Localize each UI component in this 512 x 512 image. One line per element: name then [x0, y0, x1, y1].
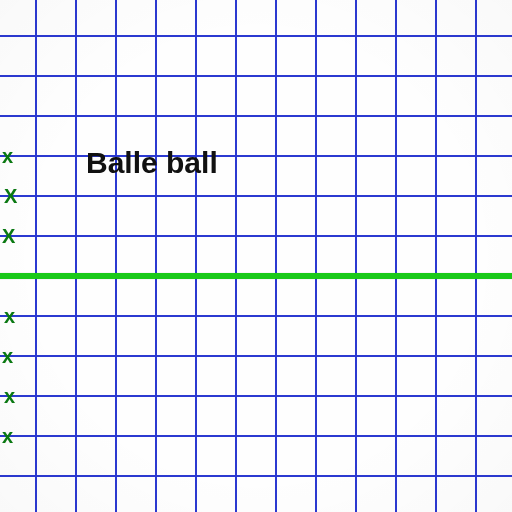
axis-mark: X: [2, 226, 15, 246]
axis-mark: x: [4, 306, 15, 326]
graph-paper: xXXxxxx Balle ball: [0, 0, 512, 512]
y-axis-marks: xXXxxxx: [0, 0, 40, 512]
axis-mark: x: [2, 346, 13, 366]
grid-lines: [0, 0, 512, 512]
x-axis-line: [0, 273, 512, 279]
axis-mark: X: [4, 186, 17, 206]
axis-mark: x: [2, 146, 13, 166]
chart-title: Balle ball: [86, 146, 218, 180]
axis-mark: x: [2, 426, 13, 446]
axis-mark: x: [4, 386, 15, 406]
